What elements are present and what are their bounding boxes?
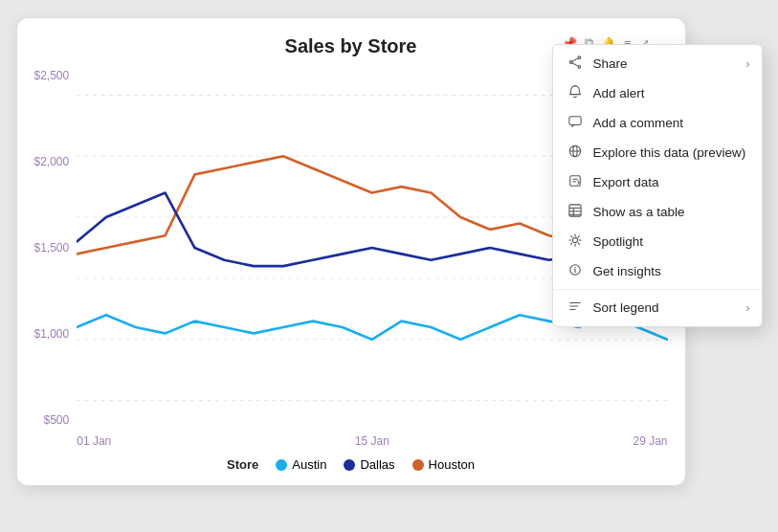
x-label-15jan: 15 Jan [355, 434, 389, 448]
spotlight-icon [567, 233, 584, 250]
svg-point-8 [569, 61, 572, 64]
svg-point-35 [574, 267, 575, 268]
svg-line-10 [571, 63, 577, 66]
menu-insights-label: Get insights [593, 264, 661, 278]
share-icon [567, 55, 584, 72]
menu-item-spotlight[interactable]: Spotlight [553, 227, 762, 256]
dallas-label: Dallas [360, 457, 394, 472]
houston-label: Houston [429, 457, 475, 472]
menu-item-export-data[interactable]: Export data [553, 167, 762, 197]
x-label-29jan: 29 Jan [633, 434, 667, 448]
svg-line-29 [570, 236, 571, 237]
sort-legend-arrow: › [745, 300, 749, 315]
table-icon [567, 204, 584, 220]
y-label-1000: $1,000 [34, 327, 70, 341]
menu-item-explore-data[interactable]: Explore this data (preview) [553, 138, 762, 167]
sort-icon [567, 299, 584, 316]
svg-point-7 [578, 66, 581, 69]
menu-item-add-alert[interactable]: Add alert [553, 78, 762, 108]
y-label-500: $500 [44, 413, 70, 427]
y-axis: $2,500 $2,000 $1,500 $1,000 $500 [34, 65, 78, 448]
x-axis: 01 Jan 15 Jan 29 Jan [77, 431, 667, 448]
menu-add-alert-label: Add alert [593, 86, 645, 100]
menu-sort-legend-label: Sort legend [593, 300, 659, 315]
y-label-2500: $2,500 [34, 69, 70, 82]
menu-export-label: Export data [593, 175, 659, 189]
menu-item-share[interactable]: Share › [553, 49, 762, 78]
menu-show-table-label: Show as a table [593, 205, 685, 219]
legend-store-label: Store [227, 457, 258, 472]
explore-icon [567, 144, 584, 161]
insights-icon [567, 263, 584, 279]
menu-share-label: Share [593, 56, 628, 71]
svg-line-9 [571, 58, 577, 61]
context-menu: Share › Add alert Add a comment [552, 44, 763, 327]
svg-point-6 [578, 56, 581, 59]
y-label-2000: $2,000 [34, 155, 70, 168]
menu-divider [553, 289, 762, 290]
menu-item-add-comment[interactable]: Add a comment [553, 108, 762, 138]
add-alert-icon [567, 85, 584, 101]
menu-item-show-table[interactable]: Show as a table [553, 197, 762, 227]
svg-line-30 [578, 243, 579, 244]
svg-point-24 [572, 237, 577, 242]
y-label-1500: $1,500 [34, 241, 70, 255]
svg-rect-16 [569, 176, 580, 187]
svg-line-31 [578, 236, 579, 237]
svg-line-32 [570, 243, 571, 244]
add-comment-icon [567, 115, 584, 131]
chart-legend: Store Austin Dallas Houston [34, 457, 668, 472]
austin-label: Austin [292, 457, 326, 472]
menu-spotlight-label: Spotlight [593, 234, 644, 249]
menu-item-get-insights[interactable]: Get insights [553, 256, 762, 286]
menu-explore-label: Explore this data (preview) [593, 145, 746, 160]
x-label-01jan: 01 Jan [77, 434, 111, 448]
menu-item-sort-legend[interactable]: Sort legend › [553, 293, 762, 322]
legend-item-austin: Austin [276, 457, 326, 472]
dallas-dot [344, 459, 355, 471]
outer-container: Sales by Store 📌 ⧉ 🔔 ≡ ⤢ ··· $2,500 $2,0… [16, 17, 763, 515]
legend-item-houston: Houston [412, 457, 475, 472]
menu-add-comment-label: Add a comment [593, 116, 684, 130]
export-icon [567, 174, 584, 190]
svg-rect-12 [568, 117, 580, 125]
austin-dot [276, 459, 287, 471]
legend-item-dallas: Dallas [344, 457, 394, 472]
share-arrow: › [745, 56, 749, 71]
houston-dot [412, 459, 424, 471]
